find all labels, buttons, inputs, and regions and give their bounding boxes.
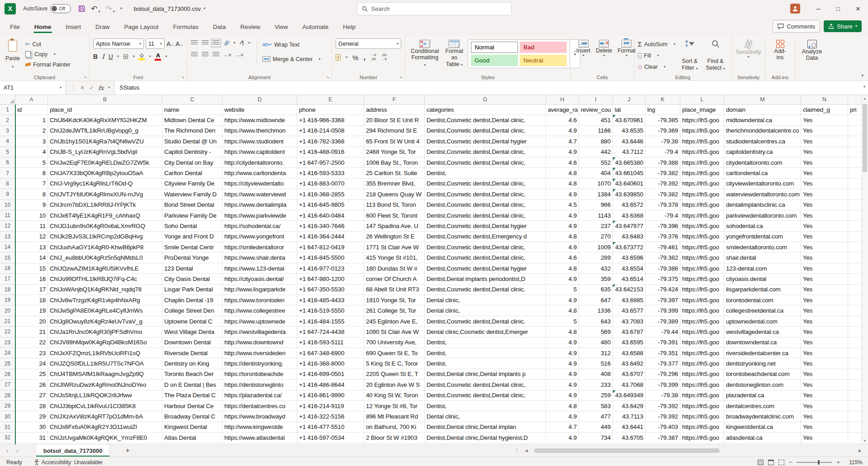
scroll-right-arrow-icon[interactable]: ▶	[859, 448, 862, 453]
cell-E9[interactable]: +1 416-368-2855	[297, 189, 364, 200]
copy-chevron-icon[interactable]: ▾	[54, 52, 56, 56]
cell-D21[interactable]: https://www.uptownede	[223, 316, 297, 327]
cell-D6[interactable]: http://citydentaltoronto.	[223, 157, 297, 168]
cell-C22[interactable]: West Village Denta	[162, 327, 223, 337]
cell-C20[interactable]: College Street Den	[162, 305, 223, 316]
cell-C27[interactable]: D on E Dental | Bes	[162, 380, 223, 390]
cell-C11[interactable]: Parkview Family De	[162, 210, 223, 221]
cell-A2[interactable]: 1	[15, 115, 48, 125]
cell-O16[interactable]	[848, 263, 862, 274]
cell-E20[interactable]: +1 416-519-5550	[297, 305, 364, 316]
cell-K4[interactable]: -79.38	[645, 136, 680, 147]
cell-G23[interactable]: Dentist,	[425, 338, 546, 348]
cell-M8[interactable]: cityviewdentaltoronto.com	[724, 179, 801, 189]
cell-A19[interactable]: 18	[15, 295, 48, 305]
cell-E13[interactable]: +1 416-364-2444	[297, 232, 364, 242]
increase-font-button[interactable]: A˄	[166, 40, 174, 48]
fill-chevron-icon[interactable]: ▾	[657, 54, 659, 57]
cell-B20[interactable]: ChIJw5gPA8E0K4gRLe4CylfJmWs	[48, 305, 162, 316]
cell-B32[interactable]: ChIJzUvgaMk0K4gRQKK_YmzF8E0	[48, 433, 162, 443]
cell-L15[interactable]: https://lh5.goo	[680, 252, 724, 263]
cell-E12[interactable]: +1 416-340-7646	[297, 221, 364, 231]
cell-H31[interactable]: 4.7	[546, 422, 579, 433]
cell-M4[interactable]: studiodentalcentres.ca	[724, 136, 801, 147]
cell-A28[interactable]: 27	[15, 390, 48, 401]
cell-M31[interactable]: kingwestdental.ca	[724, 422, 801, 433]
menu-tab-page-layout[interactable]: Page Layout	[123, 19, 160, 34]
cell-H28[interactable]: 4.9	[546, 390, 579, 401]
cell-H26[interactable]: 4.9	[546, 369, 579, 380]
cell-A20[interactable]: 19	[15, 305, 48, 316]
row-header-29[interactable]: 29	[0, 401, 15, 411]
font-color-button[interactable]: A	[155, 52, 161, 61]
cell-C18[interactable]: Lisgar Park Dental	[162, 285, 223, 295]
cell-J9[interactable]: 43.639850	[613, 189, 645, 200]
cell-C6[interactable]: City Dental on Bay	[162, 157, 223, 168]
cell-J19[interactable]: 43.6985	[613, 295, 645, 305]
paste-chevron-icon[interactable]: ▾	[12, 65, 14, 69]
comments-button[interactable]: Comments	[773, 20, 820, 33]
cell-H12[interactable]: 4.9	[546, 221, 579, 231]
vertical-scrollbar[interactable]: ▲ ▼	[861, 95, 868, 444]
cell-K17[interactable]: -79.375	[645, 274, 680, 284]
document-title-control[interactable]: botsol_data_7173000.csv ▾	[134, 5, 205, 12]
cell-O4[interactable]	[848, 136, 862, 147]
cell-M28[interactable]: plazadental.ca	[724, 390, 801, 401]
cell-I27[interactable]: 233	[579, 380, 613, 390]
cell-L17[interactable]: https://lh5.goo	[680, 274, 724, 284]
cell-I30[interactable]: 477	[579, 411, 613, 422]
row-header-17[interactable]: 17	[0, 274, 15, 284]
cell-F13[interactable]: 26 Wellington St E	[364, 232, 425, 242]
find-select-button[interactable]: Find &Select ▾	[704, 38, 726, 72]
cell-I29[interactable]: 583	[579, 401, 613, 411]
cell-I23[interactable]: 480	[579, 338, 613, 348]
cell-L28[interactable]: https://lh5.goo	[680, 390, 724, 401]
cell-O20[interactable]	[848, 305, 862, 316]
cell-N11[interactable]: Yes	[801, 210, 848, 221]
cell-K30[interactable]: -79.392	[645, 411, 680, 422]
cell-B29[interactable]: ChIJJ3bplCvL1IkRvuU1Cl385K8	[48, 401, 162, 411]
borders-chevron-icon[interactable]: ▾	[133, 55, 134, 58]
cell-N10[interactable]: Yes	[801, 200, 848, 210]
cell-G2[interactable]: Dentist,Cosmetic dentist,Dental clinic,	[425, 115, 546, 125]
cell-D32[interactable]: https://www.atlasdental	[223, 433, 297, 443]
conditional-formatting-chevron-icon[interactable]: ▾	[424, 63, 426, 67]
cell-G15[interactable]: Dentist,Cosmetic dentist,Dental clinic,	[425, 252, 546, 263]
cell-E17[interactable]: +1 647-980-1200	[297, 274, 364, 284]
cell-G12[interactable]: Dentist,Cosmetic dentist,Dental hygier	[425, 221, 546, 231]
cell-C3[interactable]: The Richmond Den	[162, 126, 223, 136]
cell-I10[interactable]: 966	[579, 200, 613, 210]
copy-button[interactable]: Copy ▾	[25, 50, 71, 59]
cell-A18[interactable]: 17	[15, 285, 48, 295]
cell-D8[interactable]: https://cityviewdentalto	[223, 179, 297, 189]
insert-chevron-icon[interactable]: ▾	[583, 54, 584, 57]
cell-C30[interactable]: Broadway Dental C	[162, 411, 223, 422]
accounting-format-button[interactable]: $	[336, 54, 341, 61]
cell-A16[interactable]: 15	[15, 263, 48, 274]
cell-M6[interactable]: citydentaltoronto.com	[724, 157, 801, 168]
cell-N7[interactable]: Yes	[801, 168, 848, 178]
cell-L24[interactable]: https://lh5.goo	[680, 348, 724, 358]
format-as-table-chevron-icon[interactable]: ▾	[461, 63, 463, 67]
cell-O24[interactable]	[848, 348, 862, 358]
cell-I3[interactable]: 1166	[579, 126, 613, 136]
delete-chevron-icon[interactable]: ▾	[603, 54, 605, 57]
cell-A12[interactable]: 11	[15, 221, 48, 231]
sensitivity-button[interactable]: Sensitivity ▾	[735, 38, 761, 60]
cell-D24[interactable]: http://www.riversideden	[223, 348, 297, 358]
cell-F23[interactable]: 700 University Ave,	[364, 338, 425, 348]
cell-M15[interactable]: shair.dental	[724, 252, 801, 263]
cell-K8[interactable]: -79.392	[645, 179, 680, 189]
cell-J30[interactable]: 43.7113	[613, 411, 645, 422]
cell-C29[interactable]: Harbour Dental Ce	[162, 401, 223, 411]
cell-I28[interactable]: 259	[579, 390, 613, 401]
cell-N8[interactable]: Yes	[801, 179, 848, 189]
cell-K1[interactable]: lng	[645, 105, 680, 115]
cell-J29[interactable]: 43.6429	[613, 401, 645, 411]
cell-A26[interactable]: 25	[15, 369, 48, 380]
cell-A13[interactable]: 12	[15, 232, 48, 242]
cell-L29[interactable]: https://lh5.goo	[680, 401, 724, 411]
cell-style-neutral[interactable]: Neutral	[520, 55, 567, 66]
cell-M3[interactable]: therichmonddentalcentre.co	[724, 126, 801, 136]
cell-M22[interactable]: westvillagedental.ca	[724, 327, 801, 337]
